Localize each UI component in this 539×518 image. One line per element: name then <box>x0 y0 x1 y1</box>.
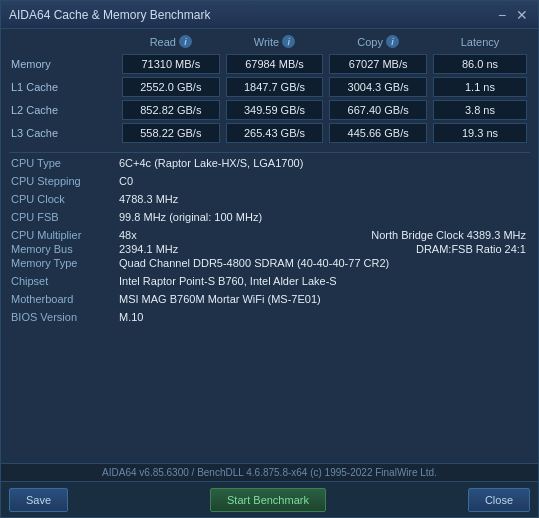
bench-read-0: 71310 MB/s <box>122 54 220 74</box>
content-area: Read i Write i Copy i Latency Memory 713… <box>1 29 538 463</box>
info-value-7: Intel Raptor Point-S B760, Intel Alder L… <box>119 275 530 287</box>
bench-copy-1: 3004.3 GB/s <box>329 77 427 97</box>
list-item: CPU Multiplier 48x North Bridge Clock 43… <box>9 229 530 241</box>
minimize-button[interactable]: − <box>494 7 510 23</box>
title-bar: AIDA64 Cache & Memory Benchmark − ✕ <box>1 1 538 29</box>
status-text: AIDA64 v6.85.6300 / BenchDLL 4.6.875.8-x… <box>102 467 437 478</box>
info-value-3: 99.8 MHz (original: 100 MHz) <box>119 211 530 223</box>
list-item: Memory Type Quad Channel DDR5-4800 SDRAM… <box>9 257 530 273</box>
list-item: Chipset Intel Raptor Point-S B760, Intel… <box>9 275 530 291</box>
info-label-3: CPU FSB <box>9 211 119 223</box>
list-item: Motherboard MSI MAG B760M Mortar WiFi (M… <box>9 293 530 309</box>
info-right-5: DRAM:FSB Ratio 24:1 <box>416 243 530 255</box>
list-item: CPU Clock 4788.3 MHz <box>9 193 530 209</box>
bench-copy-3: 445.66 GB/s <box>329 123 427 143</box>
info-label-2: CPU Clock <box>9 193 119 205</box>
list-item: BIOS Version M.10 <box>9 311 530 327</box>
main-window: AIDA64 Cache & Memory Benchmark − ✕ Read… <box>0 0 539 518</box>
info-label-8: Motherboard <box>9 293 119 305</box>
title-bar-buttons: − ✕ <box>494 7 530 23</box>
save-button[interactable]: Save <box>9 488 68 512</box>
info-label-0: CPU Type <box>9 157 119 169</box>
bench-copy-0: 67027 MB/s <box>329 54 427 74</box>
bench-write-1: 1847.7 GB/s <box>226 77 324 97</box>
close-button[interactable]: ✕ <box>514 7 530 23</box>
info-value-9: M.10 <box>119 311 530 323</box>
table-row: L1 Cache 2552.0 GB/s 1847.7 GB/s 3004.3 … <box>9 77 530 97</box>
write-header: Write i <box>223 35 327 48</box>
info-value-1: C0 <box>119 175 530 187</box>
info-value-5: 2394.1 MHz <box>119 243 416 255</box>
bench-label: L3 Cache <box>9 127 119 139</box>
list-item: CPU Type 6C+4c (Raptor Lake-HX/S, LGA170… <box>9 157 530 173</box>
table-row: L2 Cache 852.82 GB/s 349.59 GB/s 667.40 … <box>9 100 530 120</box>
write-info-icon[interactable]: i <box>282 35 295 48</box>
info-value-8: MSI MAG B760M Mortar WiFi (MS-7E01) <box>119 293 530 305</box>
info-label-7: Chipset <box>9 275 119 287</box>
bench-label: Memory <box>9 58 119 70</box>
bench-latency-2: 3.8 ns <box>433 100 527 120</box>
sysinfo-section: CPU Type 6C+4c (Raptor Lake-HX/S, LGA170… <box>9 157 530 329</box>
info-value-2: 4788.3 MHz <box>119 193 530 205</box>
bench-latency-1: 1.1 ns <box>433 77 527 97</box>
info-label-5: Memory Bus <box>9 243 119 255</box>
bench-read-3: 558.22 GB/s <box>122 123 220 143</box>
bench-latency-0: 86.0 ns <box>433 54 527 74</box>
close-button-bar[interactable]: Close <box>468 488 530 512</box>
read-header: Read i <box>119 35 223 48</box>
info-value-0: 6C+4c (Raptor Lake-HX/S, LGA1700) <box>119 157 530 169</box>
info-value-4: 48x <box>119 229 371 241</box>
copy-header: Copy i <box>326 35 430 48</box>
bench-label: L2 Cache <box>9 104 119 116</box>
benchmark-rows: Memory 71310 MB/s 67984 MB/s 67027 MB/s … <box>9 54 530 146</box>
window-title: AIDA64 Cache & Memory Benchmark <box>9 8 210 22</box>
bench-write-2: 349.59 GB/s <box>226 100 324 120</box>
bench-read-1: 2552.0 GB/s <box>122 77 220 97</box>
start-benchmark-button[interactable]: Start Benchmark <box>210 488 326 512</box>
table-row: L3 Cache 558.22 GB/s 265.43 GB/s 445.66 … <box>9 123 530 143</box>
bench-write-0: 67984 MB/s <box>226 54 324 74</box>
column-headers: Read i Write i Copy i Latency <box>9 35 530 50</box>
bench-write-3: 265.43 GB/s <box>226 123 324 143</box>
button-bar: Save Start Benchmark Close <box>1 481 538 517</box>
info-label-6: Memory Type <box>9 257 119 269</box>
list-item: CPU Stepping C0 <box>9 175 530 191</box>
section-divider-1 <box>9 152 530 153</box>
latency-header: Latency <box>430 35 530 48</box>
copy-info-icon[interactable]: i <box>386 35 399 48</box>
read-info-icon[interactable]: i <box>179 35 192 48</box>
info-value-6: Quad Channel DDR5-4800 SDRAM (40-40-40-7… <box>119 257 530 269</box>
bench-label: L1 Cache <box>9 81 119 93</box>
list-item: Memory Bus 2394.1 MHz DRAM:FSB Ratio 24:… <box>9 243 530 255</box>
table-row: Memory 71310 MB/s 67984 MB/s 67027 MB/s … <box>9 54 530 74</box>
info-label-1: CPU Stepping <box>9 175 119 187</box>
info-label-4: CPU Multiplier <box>9 229 119 241</box>
bench-latency-3: 19.3 ns <box>433 123 527 143</box>
bench-copy-2: 667.40 GB/s <box>329 100 427 120</box>
bench-read-2: 852.82 GB/s <box>122 100 220 120</box>
info-label-9: BIOS Version <box>9 311 119 323</box>
status-bar: AIDA64 v6.85.6300 / BenchDLL 4.6.875.8-x… <box>1 463 538 481</box>
info-right-4: North Bridge Clock 4389.3 MHz <box>371 229 530 241</box>
list-item: CPU FSB 99.8 MHz (original: 100 MHz) <box>9 211 530 227</box>
